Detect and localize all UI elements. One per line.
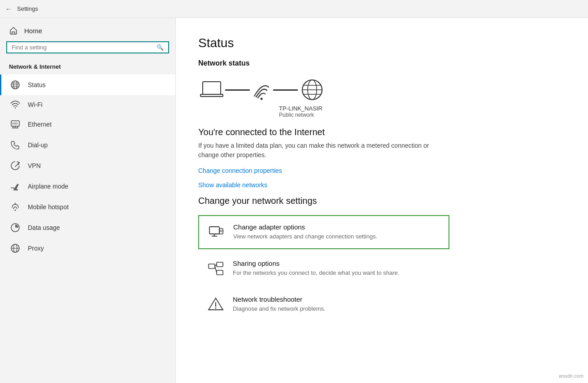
svg-point-23 (261, 98, 263, 100)
sidebar-item-ethernet[interactable]: Ethernet (0, 114, 175, 135)
search-input[interactable] (12, 44, 157, 51)
sidebar: Home 🔍 Network & Internet Status (0, 18, 176, 383)
connected-desc: If you have a limited data plan, you can… (198, 141, 440, 160)
line1 (225, 89, 250, 91)
back-button[interactable]: ← (5, 5, 12, 13)
page-title: Status (198, 36, 566, 50)
card-sharing-desc: For the networks you connect to, decide … (233, 269, 399, 277)
ethernet-icon (9, 119, 22, 129)
card-adapter-desc: View network adapters and change connect… (233, 233, 377, 241)
card-sharing-title: Sharing options (233, 260, 399, 267)
sidebar-item-vpn[interactable]: VPN (0, 155, 175, 176)
network-label: TP-LINK_NASIR Public network (279, 105, 566, 118)
sidebar-item-wifi[interactable]: Wi-Fi (0, 95, 175, 114)
sidebar-item-proxy-label: Proxy (28, 245, 44, 252)
adapter-icon (207, 223, 225, 241)
change-settings-title: Change your network settings (198, 196, 566, 206)
wifi-icon (9, 101, 22, 109)
network-status-title: Network status (198, 59, 566, 67)
sidebar-item-ethernet-label: Ethernet (28, 121, 52, 128)
network-type: Public network (279, 112, 566, 118)
troubleshooter-icon (207, 295, 225, 313)
svg-rect-38 (217, 270, 223, 275)
sharing-icon (207, 260, 225, 277)
app-title: Settings (17, 5, 38, 12)
card-troubleshooter-desc: Diagnose and fix network problems. (233, 305, 326, 313)
proxy-icon (9, 243, 22, 253)
card-troubleshooter-text: Network troubleshooter Diagnose and fix … (233, 295, 326, 313)
sidebar-item-status-label: Status (28, 81, 46, 88)
search-icon: 🔍 (157, 44, 164, 51)
sidebar-item-hotspot-label: Mobile hotspot (28, 203, 69, 211)
wifi-signal-icon (250, 79, 273, 101)
sidebar-item-datausage-label: Data usage (28, 224, 60, 231)
svg-rect-36 (209, 264, 215, 269)
sidebar-item-dialup[interactable]: Dial-up (0, 135, 175, 155)
svg-rect-29 (209, 227, 219, 234)
card-troubleshooter-title: Network troubleshooter (233, 295, 326, 303)
title-bar: ← Settings (0, 0, 588, 18)
card-sharing-text: Sharing options For the networks you con… (233, 260, 399, 277)
airplane-icon (9, 181, 22, 191)
hotspot-icon (9, 202, 22, 212)
svg-point-15 (15, 210, 16, 211)
card-adapter-title: Change adapter options (233, 223, 377, 231)
sidebar-section-title: Network & Internet (0, 61, 175, 75)
svg-point-42 (215, 308, 217, 309)
home-icon (9, 26, 18, 35)
home-label: Home (24, 27, 42, 35)
card-adapter-text: Change adapter options View network adap… (233, 223, 377, 241)
show-networks-link[interactable]: Show available networks (198, 181, 566, 189)
line2 (273, 89, 298, 91)
laptop-icon (198, 79, 225, 101)
sidebar-item-datausage[interactable]: Data usage (0, 217, 175, 238)
vpn-icon (9, 161, 22, 171)
svg-line-40 (215, 266, 217, 273)
connected-title: You're connected to the Internet (198, 127, 566, 137)
data-usage-icon (9, 223, 22, 233)
svg-rect-32 (219, 229, 223, 234)
main-layout: Home 🔍 Network & Internet Status (0, 18, 588, 383)
sidebar-item-status[interactable]: Status (0, 75, 175, 95)
card-troubleshooter[interactable]: Network troubleshooter Diagnose and fix … (198, 288, 449, 321)
svg-rect-6 (11, 121, 19, 126)
content-area: Status Network status (176, 18, 588, 383)
sidebar-item-airplane[interactable]: Airplane mode (0, 176, 175, 197)
sidebar-item-wifi-label: Wi-Fi (28, 101, 43, 108)
card-sharing[interactable]: Sharing options For the networks you con… (198, 252, 449, 285)
dialup-icon (9, 140, 22, 150)
network-name: TP-LINK_NASIR (279, 105, 566, 112)
sidebar-item-vpn-label: VPN (28, 162, 41, 169)
svg-rect-37 (217, 262, 223, 267)
network-diagram (198, 76, 566, 103)
sidebar-item-airplane-label: Airplane mode (28, 183, 68, 190)
svg-rect-21 (203, 82, 221, 94)
sidebar-home[interactable]: Home (0, 18, 175, 41)
svg-rect-22 (200, 94, 223, 97)
status-icon (9, 80, 22, 90)
sidebar-item-proxy[interactable]: Proxy (0, 238, 175, 259)
globe-icon (298, 76, 327, 103)
change-connection-link[interactable]: Change connection properties (198, 167, 566, 174)
sidebar-item-dialup-label: Dial-up (28, 141, 48, 149)
card-change-adapter[interactable]: Change adapter options View network adap… (198, 215, 449, 249)
svg-point-5 (15, 107, 16, 108)
search-box[interactable]: 🔍 (6, 41, 169, 53)
sidebar-item-hotspot[interactable]: Mobile hotspot (0, 197, 175, 217)
